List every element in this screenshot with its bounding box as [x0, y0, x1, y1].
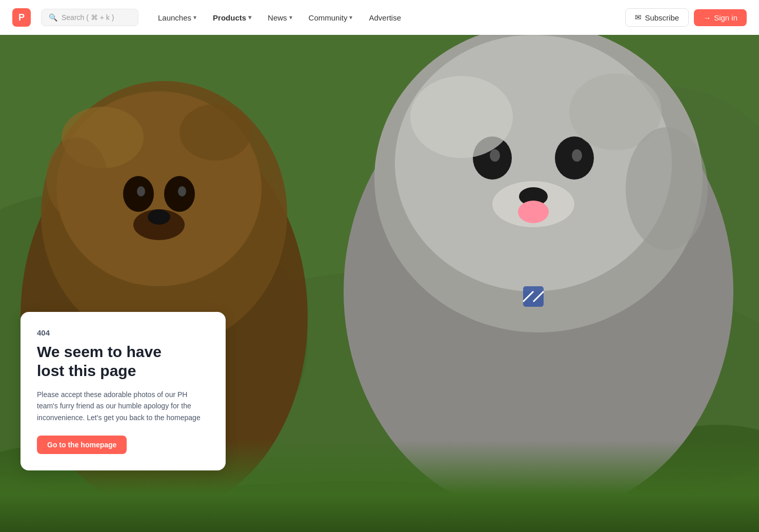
nav-advertise-label: Advertise [369, 13, 401, 22]
signin-label: Sign in [714, 13, 737, 22]
product-hunt-logo: P [12, 8, 31, 27]
svg-point-36 [626, 127, 708, 250]
svg-point-25 [572, 149, 582, 162]
svg-point-24 [490, 149, 500, 162]
nav-item-advertise[interactable]: Advertise [362, 9, 408, 26]
signin-icon: → [703, 13, 711, 22]
svg-point-30 [518, 201, 549, 223]
nav-launches-label: Launches [158, 13, 191, 22]
svg-point-15 [148, 209, 170, 225]
chevron-down-icon: ▾ [349, 14, 352, 21]
search-input-placeholder: Search ( ⌘ + k ) [62, 13, 114, 22]
error-title-line2: lost this page [37, 362, 136, 379]
svg-rect-31 [523, 286, 544, 307]
nav-right-actions: ✉ Subscribe → Sign in [625, 8, 747, 27]
homepage-button-label: Go to the homepage [47, 441, 116, 449]
svg-point-18 [46, 137, 108, 220]
error-description: Please accept these adorable photos of o… [37, 389, 209, 423]
signin-button[interactable]: → Sign in [694, 9, 747, 26]
svg-point-34 [410, 76, 513, 158]
chevron-down-icon: ▾ [289, 14, 292, 21]
nav-item-products[interactable]: Products ▾ [206, 9, 258, 26]
go-to-homepage-button[interactable]: Go to the homepage [37, 436, 127, 454]
svg-point-17 [179, 104, 251, 161]
error-title: We seem to have lost this page [37, 342, 209, 381]
subscribe-button[interactable]: ✉ Subscribe [625, 8, 689, 27]
nav-item-community[interactable]: Community ▾ [302, 9, 360, 26]
error-code: 404 [37, 328, 209, 337]
subscribe-icon: ✉ [635, 13, 642, 22]
nav-news-label: News [268, 13, 287, 22]
navbar: P 🔍 Search ( ⌘ + k ) Launches ▾ Products… [0, 0, 759, 35]
search-icon: 🔍 [49, 13, 57, 22]
subscribe-label: Subscribe [645, 13, 679, 22]
nav-community-label: Community [309, 13, 348, 22]
nav-item-news[interactable]: News ▾ [261, 9, 299, 26]
nav-links: Launches ▾ Products ▾ News ▾ Community ▾… [151, 9, 621, 26]
logo-link[interactable]: P [12, 8, 31, 27]
nav-products-label: Products [213, 13, 246, 22]
nav-item-launches[interactable]: Launches ▾ [151, 9, 204, 26]
svg-point-13 [178, 186, 186, 196]
hero-background: 404 We seem to have lost this page Pleas… [0, 35, 759, 532]
error-card: 404 We seem to have lost this page Pleas… [21, 312, 226, 470]
chevron-down-icon: ▾ [193, 14, 196, 21]
svg-point-12 [137, 186, 145, 196]
chevron-down-icon: ▾ [248, 14, 251, 21]
search-bar[interactable]: 🔍 Search ( ⌘ + k ) [41, 9, 138, 26]
error-title-line1: We seem to have [37, 343, 162, 360]
